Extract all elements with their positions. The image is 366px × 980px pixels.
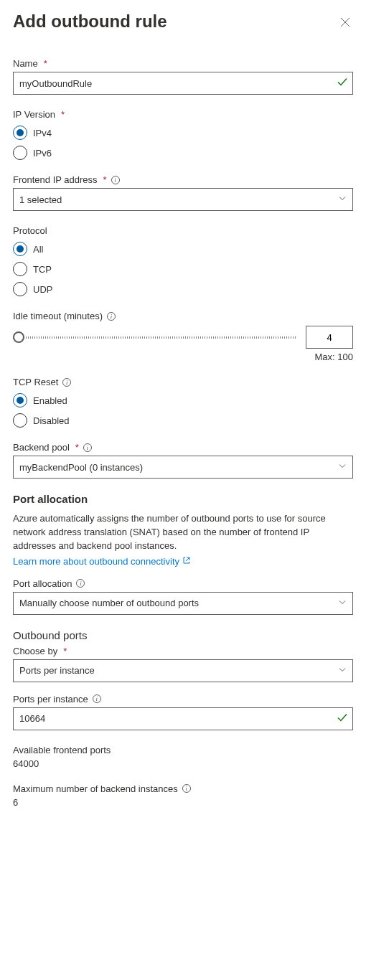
radio-protocol-all[interactable]: All xyxy=(13,242,353,256)
radio-icon xyxy=(13,242,27,256)
radio-icon xyxy=(13,146,27,160)
max-backend-instances-label: Maximum number of backend instances xyxy=(13,783,178,794)
radio-icon xyxy=(13,393,27,407)
radio-protocol-tcp[interactable]: TCP xyxy=(13,262,353,276)
link-text: Learn more about outbound connectivity xyxy=(13,556,179,567)
chevron-down-icon xyxy=(338,462,347,473)
name-label: Name xyxy=(13,58,38,69)
slider-thumb[interactable] xyxy=(13,331,24,343)
slider-track-line xyxy=(13,336,297,339)
required-indicator: * xyxy=(103,174,107,185)
port-allocation-label: Port allocation xyxy=(13,578,72,589)
radio-label: UDP xyxy=(33,284,52,295)
name-input[interactable] xyxy=(13,72,353,95)
chevron-down-icon xyxy=(338,665,347,676)
port-allocation-heading: Port allocation xyxy=(13,493,353,505)
outbound-ports-heading: Outbound ports xyxy=(13,629,353,641)
radio-label: TCP xyxy=(33,264,52,275)
choose-by-select[interactable]: Ports per instance xyxy=(13,659,353,682)
required-indicator: * xyxy=(75,442,79,453)
radio-label: Enabled xyxy=(33,395,67,406)
panel-title: Add outbound rule xyxy=(13,11,167,32)
radio-protocol-udp[interactable]: UDP xyxy=(13,282,353,296)
available-frontend-ports-label: Available frontend ports xyxy=(13,745,353,755)
required-indicator: * xyxy=(44,58,47,69)
idle-timeout-value-input[interactable] xyxy=(306,326,353,349)
protocol-label: Protocol xyxy=(13,225,47,236)
info-icon[interactable]: i xyxy=(76,579,85,588)
ports-per-instance-label: Ports per instance xyxy=(13,694,88,705)
checkmark-icon xyxy=(337,712,347,725)
radio-ipv4[interactable]: IPv4 xyxy=(13,126,353,140)
radio-tcpreset-enabled[interactable]: Enabled xyxy=(13,393,353,407)
info-icon[interactable]: i xyxy=(93,694,101,703)
info-icon[interactable]: i xyxy=(83,443,92,452)
chevron-down-icon xyxy=(338,598,347,608)
radio-tcpreset-disabled[interactable]: Disabled xyxy=(13,413,353,428)
external-link-icon xyxy=(182,556,191,567)
radio-icon xyxy=(13,262,27,276)
radio-label: IPv4 xyxy=(33,128,52,138)
info-icon[interactable]: i xyxy=(182,784,191,793)
radio-icon xyxy=(13,282,27,296)
close-icon xyxy=(340,19,350,29)
svg-line-2 xyxy=(186,557,189,561)
idle-timeout-slider[interactable] xyxy=(13,330,297,344)
port-allocation-select[interactable]: Manually choose number of outbound ports xyxy=(13,592,353,615)
idle-timeout-label: Idle timeout (minutes) xyxy=(13,311,103,321)
backend-pool-select[interactable]: myBackendPool (0 instances) xyxy=(13,456,353,479)
max-backend-instances-value: 6 xyxy=(13,797,353,808)
frontend-ip-label: Frontend IP address xyxy=(13,174,98,185)
radio-icon xyxy=(13,126,27,140)
checkmark-icon xyxy=(337,77,347,90)
required-indicator: * xyxy=(61,109,65,120)
info-icon[interactable]: i xyxy=(111,176,120,184)
tcp-reset-label: TCP Reset xyxy=(13,377,58,387)
frontend-ip-select[interactable]: 1 selected xyxy=(13,188,353,211)
radio-label: All xyxy=(33,244,43,255)
chevron-down-icon xyxy=(338,194,347,205)
idle-timeout-max-label: Max: 100 xyxy=(13,352,353,362)
close-button[interactable] xyxy=(337,14,353,32)
ip-version-label: IP Version xyxy=(13,109,55,120)
info-icon[interactable]: i xyxy=(62,378,71,387)
backend-pool-label: Backend pool xyxy=(13,442,70,453)
available-frontend-ports-value: 64000 xyxy=(13,758,353,769)
radio-ipv6[interactable]: IPv6 xyxy=(13,146,353,160)
select-value: Manually choose number of outbound ports xyxy=(19,598,199,608)
ports-per-instance-input[interactable] xyxy=(13,707,353,730)
info-icon[interactable]: i xyxy=(107,312,116,321)
select-value: 1 selected xyxy=(19,194,62,205)
radio-label: Disabled xyxy=(33,415,70,426)
port-allocation-description: Azure automatically assigns the number o… xyxy=(13,512,353,553)
required-indicator: * xyxy=(63,646,67,656)
radio-label: IPv6 xyxy=(33,148,52,159)
learn-more-link[interactable]: Learn more about outbound connectivity xyxy=(13,556,191,567)
radio-icon xyxy=(13,413,27,428)
choose-by-label: Choose by xyxy=(13,646,57,656)
select-value: Ports per instance xyxy=(19,665,95,676)
select-value: myBackendPool (0 instances) xyxy=(19,462,143,473)
